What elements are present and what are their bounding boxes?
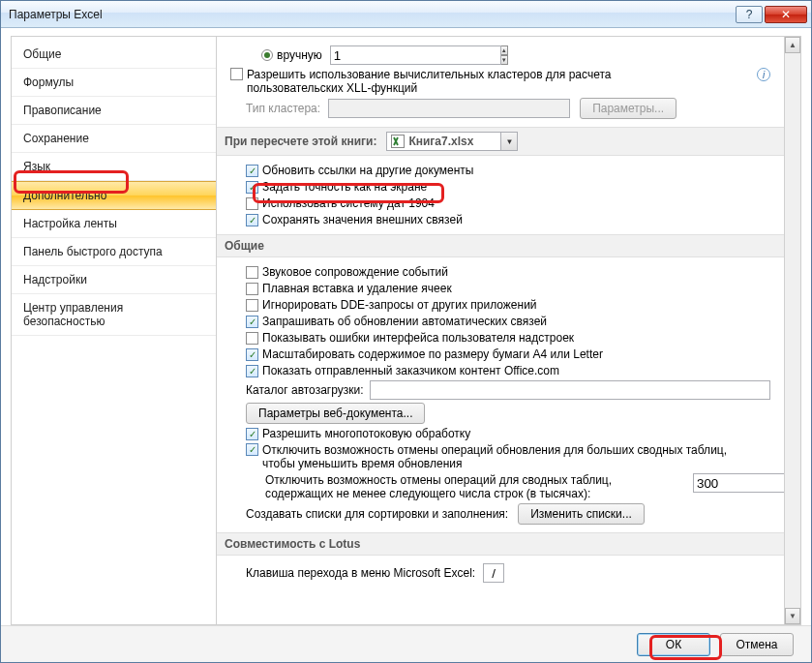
info-icon[interactable]: i: [757, 68, 770, 81]
content-panel: вручную ▲▼ Разрешить использование вычис…: [217, 37, 784, 624]
checkbox-precision-as-displayed[interactable]: [246, 181, 258, 194]
sidebar-item-general[interactable]: Общие: [12, 41, 216, 69]
cancel-button[interactable]: Отмена: [720, 633, 794, 656]
ok-button[interactable]: ОК: [637, 633, 710, 656]
workbook-combo[interactable]: Книга7.xlsx ▼: [386, 132, 518, 151]
cluster-type-label: Тип кластера:: [246, 102, 320, 115]
window-title: Параметры Excel: [9, 8, 735, 21]
sort-lists-label: Создавать списки для сортировки и заполн…: [246, 507, 508, 521]
help-button[interactable]: ?: [736, 6, 763, 23]
checkbox-1904-dates[interactable]: [246, 197, 258, 210]
sidebar-item-addins[interactable]: Надстройки: [12, 266, 216, 294]
startup-label: Каталог автозагрузки:: [246, 383, 364, 397]
sidebar-item-language[interactable]: Язык: [12, 153, 216, 181]
checkbox-ignore-dde[interactable]: [246, 299, 258, 312]
sidebar-item-formulas[interactable]: Формулы: [12, 69, 216, 97]
section-recalc: При пересчете этой книги: Книга7.xlsx ▼: [217, 127, 784, 156]
checkbox-office-content[interactable]: [246, 365, 258, 377]
lotus-key-input[interactable]: [483, 563, 504, 583]
sidebar-item-save[interactable]: Сохранение: [12, 125, 216, 153]
radio-manual-label: вручную: [277, 48, 322, 62]
sidebar: Общие Формулы Правописание Сохранение Яз…: [11, 36, 216, 625]
chevron-down-icon[interactable]: ▼: [500, 133, 517, 150]
checkbox-sounds[interactable]: [246, 266, 258, 279]
titlebar: Параметры Excel ? ✕: [1, 1, 811, 28]
undo-rows-spinner[interactable]: ▲▼: [693, 473, 749, 493]
section-general: Общие: [217, 234, 784, 257]
checkbox-undo-pivot[interactable]: [246, 443, 258, 456]
manual-spinner[interactable]: ▲▼: [330, 45, 371, 65]
section-lotus: Совместимость с Lotus: [217, 532, 784, 556]
checkbox-save-ext-links[interactable]: [246, 214, 258, 226]
close-button[interactable]: ✕: [765, 6, 807, 23]
cluster-params-button: Параметры...: [580, 98, 677, 119]
sidebar-item-qat[interactable]: Панель быстрого доступа: [12, 238, 216, 266]
checkbox-addin-errors[interactable]: [246, 332, 258, 345]
checkbox-scale-a4[interactable]: [246, 348, 258, 361]
web-doc-params-button[interactable]: Параметры веб-документа...: [246, 403, 425, 424]
lotus-key-label: Клавиша перехода в меню Microsoft Excel:: [246, 566, 475, 580]
startup-path-input[interactable]: [370, 380, 770, 400]
radio-manual[interactable]: [261, 49, 273, 61]
sidebar-item-proofing[interactable]: Правописание: [12, 97, 216, 125]
spin-down-icon[interactable]: ▼: [501, 55, 508, 65]
spin-up-icon[interactable]: ▲: [501, 45, 508, 55]
sidebar-item-advanced[interactable]: Дополнительно: [12, 181, 216, 210]
allow-clusters-label: Разрешить использование вычислительных к…: [247, 68, 702, 95]
edit-lists-button[interactable]: Изменить списки...: [518, 503, 645, 525]
checkbox-ask-update[interactable]: [246, 316, 258, 328]
scroll-up-icon[interactable]: ▲: [785, 37, 800, 53]
scroll-down-icon[interactable]: ▼: [785, 608, 800, 624]
checkbox-update-links[interactable]: [246, 165, 258, 177]
cluster-type-combo: [328, 99, 570, 118]
manual-value-input[interactable]: [330, 45, 501, 65]
svg-rect-0: [392, 136, 405, 148]
checkbox-allow-clusters[interactable]: [230, 68, 243, 80]
sidebar-item-ribbon[interactable]: Настройка ленты: [12, 210, 216, 238]
checkbox-smooth-insert[interactable]: [246, 283, 258, 295]
excel-file-icon: [390, 135, 406, 148]
checkbox-multithread[interactable]: [246, 428, 258, 440]
undo-rows-label: Отключить возможность отмены операций дл…: [265, 473, 681, 500]
undo-rows-input[interactable]: [693, 473, 784, 493]
sidebar-item-trust[interactable]: Центр управления безопасностью: [12, 294, 216, 336]
footer: ОК Отмена: [1, 625, 811, 662]
scrollbar[interactable]: ▲ ▼: [784, 37, 800, 624]
